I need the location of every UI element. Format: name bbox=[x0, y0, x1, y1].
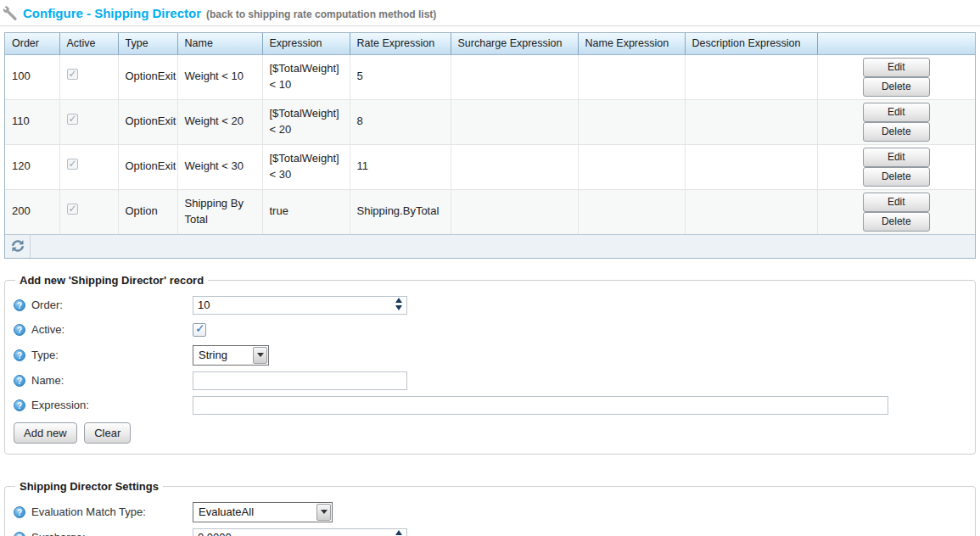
help-icon[interactable]: ? bbox=[14, 299, 25, 311]
page-header: Configure - Shipping Director (back to s… bbox=[0, 0, 980, 26]
cell-expression: [$TotalWeight] < 10 bbox=[262, 54, 350, 99]
surcharge-label: Surcharge: bbox=[31, 531, 86, 536]
cell-expression: true bbox=[262, 189, 350, 234]
cell-rate_expression: 8 bbox=[350, 99, 451, 144]
page-title: Configure - Shipping Director bbox=[23, 6, 201, 20]
help-icon[interactable]: ? bbox=[14, 324, 25, 336]
cell-name_expression bbox=[578, 54, 685, 99]
column-header-name_expression[interactable]: Name Expression bbox=[578, 33, 685, 54]
expression-input[interactable] bbox=[193, 396, 888, 415]
spinner-arrows[interactable] bbox=[394, 298, 404, 310]
chevron-down-icon bbox=[253, 347, 267, 364]
active-checkbox: ✓ bbox=[67, 69, 78, 80]
cell-name_expression bbox=[578, 189, 685, 234]
delete-button[interactable]: Delete bbox=[863, 212, 930, 232]
column-header-order[interactable]: Order bbox=[5, 33, 59, 54]
settings-legend: Shipping Director Settings bbox=[15, 480, 163, 493]
cell-order: 110 bbox=[5, 99, 59, 144]
column-header-description_expression[interactable]: Description Expression bbox=[685, 33, 817, 54]
help-icon[interactable]: ? bbox=[14, 532, 25, 536]
spinner-arrows[interactable] bbox=[394, 530, 404, 536]
expression-field-row: ? Expression: bbox=[14, 396, 966, 415]
surcharge-field-row: ? Surcharge: bbox=[14, 528, 966, 536]
surcharge-input[interactable] bbox=[193, 528, 407, 536]
cell-expression: [$TotalWeight] < 30 bbox=[262, 144, 350, 189]
back-to-list-link[interactable]: (back to shipping rate computation metho… bbox=[206, 7, 436, 20]
type-select[interactable]: String bbox=[193, 345, 269, 366]
cell-expression: [$TotalWeight] < 20 bbox=[262, 99, 350, 144]
column-header-expression[interactable]: Expression bbox=[262, 33, 350, 54]
order-field-row: ? Order: bbox=[14, 296, 966, 315]
order-input[interactable] bbox=[193, 296, 407, 315]
cell-rate_expression: Shipping.ByTotal bbox=[350, 189, 451, 234]
cell-name: Weight < 20 bbox=[177, 99, 262, 144]
cell-name: Weight < 30 bbox=[177, 144, 262, 189]
active-label: Active: bbox=[31, 323, 64, 336]
cell-type: OptionExit bbox=[118, 144, 177, 189]
table-row: 110✓OptionExitWeight < 20[$TotalWeight] … bbox=[5, 99, 975, 144]
cell-description_expression bbox=[685, 189, 817, 234]
clear-button[interactable]: Clear bbox=[84, 422, 131, 444]
match-type-label: Evaluation Match Type: bbox=[31, 505, 146, 518]
column-header-type[interactable]: Type bbox=[118, 33, 177, 54]
cell-surcharge_expression bbox=[451, 54, 578, 99]
help-icon[interactable]: ? bbox=[14, 399, 25, 411]
edit-button[interactable]: Edit bbox=[863, 148, 930, 167]
column-header-surcharge_expression[interactable]: Surcharge Expression bbox=[451, 33, 578, 54]
delete-button[interactable]: Delete bbox=[863, 122, 930, 142]
cell-active: ✓ bbox=[59, 99, 118, 144]
expression-label: Expression: bbox=[31, 399, 89, 411]
column-header-actions bbox=[817, 33, 975, 54]
table-row: 200✓OptionShipping By TotaltrueShipping.… bbox=[5, 189, 975, 234]
add-new-button[interactable]: Add new bbox=[14, 422, 77, 444]
active-checkbox: ✓ bbox=[67, 159, 78, 170]
edit-button[interactable]: Edit bbox=[863, 58, 930, 77]
edit-button[interactable]: Edit bbox=[863, 103, 930, 122]
delete-button[interactable]: Delete bbox=[863, 77, 930, 97]
column-header-name[interactable]: Name bbox=[177, 33, 262, 54]
active-checkbox[interactable]: ✓ bbox=[193, 323, 206, 337]
cell-actions: EditDelete bbox=[817, 99, 975, 144]
cell-order: 200 bbox=[5, 189, 59, 234]
grid-body: 100✓OptionExitWeight < 10[$TotalWeight] … bbox=[5, 54, 975, 234]
cell-rate_expression: 11 bbox=[350, 144, 451, 189]
shipping-director-grid: OrderActiveTypeNameExpressionRate Expres… bbox=[4, 32, 976, 259]
cell-order: 120 bbox=[5, 144, 59, 189]
column-header-rate_expression[interactable]: Rate Expression bbox=[350, 33, 451, 54]
type-field-row: ? Type: String bbox=[14, 345, 966, 366]
match-type-select[interactable]: EvaluateAll bbox=[193, 502, 333, 522]
cell-surcharge_expression bbox=[451, 189, 578, 234]
cell-description_expression bbox=[685, 144, 817, 189]
delete-button[interactable]: Delete bbox=[863, 167, 930, 187]
cell-active: ✓ bbox=[59, 144, 118, 189]
chevron-down-icon bbox=[316, 504, 331, 521]
cell-order: 100 bbox=[5, 54, 59, 99]
name-label: Name: bbox=[31, 374, 64, 387]
refresh-button[interactable] bbox=[5, 234, 31, 258]
cell-type: OptionExit bbox=[118, 99, 177, 144]
active-field-row: ? Active: ✓ bbox=[14, 321, 966, 339]
column-header-active[interactable]: Active bbox=[59, 33, 118, 54]
table-row: 100✓OptionExitWeight < 10[$TotalWeight] … bbox=[5, 54, 975, 99]
add-record-fieldset: Add new 'Shipping Director' record ? Ord… bbox=[4, 274, 976, 455]
cell-description_expression bbox=[685, 54, 817, 99]
name-input[interactable] bbox=[193, 371, 407, 390]
cell-surcharge_expression bbox=[451, 144, 578, 189]
cell-type: OptionExit bbox=[118, 54, 177, 99]
refresh-icon bbox=[11, 239, 25, 253]
add-record-legend: Add new 'Shipping Director' record bbox=[15, 274, 208, 287]
type-label: Type: bbox=[31, 349, 59, 361]
cell-name: Weight < 10 bbox=[177, 54, 262, 99]
help-icon[interactable]: ? bbox=[14, 506, 25, 518]
cell-rate_expression: 5 bbox=[350, 54, 451, 99]
cell-actions: EditDelete bbox=[817, 144, 975, 189]
cell-actions: EditDelete bbox=[817, 189, 975, 234]
help-icon[interactable]: ? bbox=[14, 375, 25, 387]
table-row: 120✓OptionExitWeight < 30[$TotalWeight] … bbox=[5, 144, 975, 189]
cell-description_expression bbox=[685, 99, 817, 144]
cell-surcharge_expression bbox=[451, 99, 578, 144]
cell-active: ✓ bbox=[59, 54, 118, 99]
cell-name: Shipping By Total bbox=[177, 189, 262, 234]
help-icon[interactable]: ? bbox=[14, 349, 25, 361]
edit-button[interactable]: Edit bbox=[863, 193, 930, 212]
